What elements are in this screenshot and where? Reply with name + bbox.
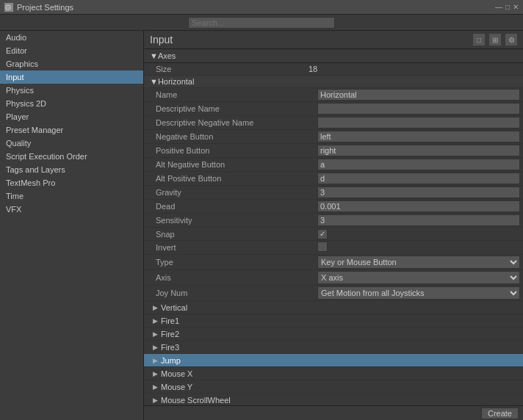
sidebar-item-physics[interactable]: Physics <box>0 84 143 97</box>
search-bar <box>0 15 523 31</box>
field-dead-label: Dead <box>156 202 317 211</box>
header-icon-btn-3[interactable]: ⚙ <box>505 34 517 46</box>
field-dead-input[interactable] <box>317 200 520 212</box>
field-alt-positive-button-label: Alt Positive Button <box>156 174 317 183</box>
field-axis-select[interactable]: X axis Y axis 3rd axis <box>317 271 520 284</box>
field-descriptive-negative-name-label: Descriptive Negative Name <box>156 118 317 127</box>
field-dead-value[interactable] <box>317 200 520 212</box>
field-negative-button-value[interactable] <box>317 131 520 142</box>
sidebar-item-graphics[interactable]: Graphics <box>0 57 143 70</box>
size-row: Size 18 <box>144 63 523 76</box>
tree-item-fire1-label: Fire1 <box>161 316 179 325</box>
field-descriptive-negative-name-input[interactable] <box>317 117 520 128</box>
field-alt-negative-button: Alt Negative Button <box>144 158 523 172</box>
field-positive-button-value[interactable] <box>317 145 520 156</box>
snap-checkbox[interactable] <box>317 229 328 239</box>
tree-item-mouse-scrollwheel[interactable]: ▶ Mouse ScrollWheel <box>144 394 523 405</box>
size-label: Size <box>147 65 309 73</box>
main-container: Audio Editor Graphics Input Physics Phys… <box>0 31 523 420</box>
sidebar-item-preset-manager[interactable]: Preset Manager <box>0 123 143 137</box>
minimize-button[interactable]: — <box>495 3 502 11</box>
field-gravity-label: Gravity <box>156 188 317 197</box>
axes-section-header[interactable]: ▼ Axes <box>144 49 523 63</box>
content-scroll[interactable]: ▼ Axes Size 18 ▼ Horizontal Name <box>144 49 523 405</box>
bottom-bar: Create <box>144 405 523 420</box>
sidebar-item-tags-layers[interactable]: Tags and Layers <box>0 163 143 176</box>
tree-item-fire2-label: Fire2 <box>161 330 179 338</box>
tree-item-mouse-x[interactable]: ▶ Mouse X <box>144 367 523 380</box>
tree-item-mouse-scrollwheel-label: Mouse ScrollWheel <box>161 396 231 405</box>
mouse-x-triangle-icon: ▶ <box>153 370 158 377</box>
tree-item-jump-label: Jump <box>161 356 181 365</box>
field-joy-num-select[interactable]: Get Motion from all Joysticks Joystick 1… <box>317 286 520 300</box>
fire1-triangle-icon: ▶ <box>153 317 158 325</box>
sidebar-item-time[interactable]: Time <box>0 189 143 203</box>
close-button[interactable]: ✕ <box>513 3 519 11</box>
tree-item-fire3[interactable]: ▶ Fire3 <box>144 341 523 354</box>
sidebar-item-physics2d[interactable]: Physics 2D <box>0 97 143 110</box>
field-descriptive-name: Descriptive Name <box>144 102 523 116</box>
sidebar: Audio Editor Graphics Input Physics Phys… <box>0 31 144 420</box>
field-descriptive-name-value[interactable] <box>317 103 520 115</box>
field-snap-label: Snap <box>156 230 317 239</box>
sidebar-item-player[interactable]: Player <box>0 110 143 123</box>
sidebar-item-input[interactable]: Input <box>0 70 143 84</box>
field-gravity-input[interactable] <box>317 187 520 198</box>
field-alt-negative-button-value[interactable] <box>317 159 520 170</box>
field-type-value[interactable]: Key or Mouse Button Mouse Movement Joyst… <box>317 256 520 269</box>
tree-item-vertical[interactable]: ▶ Vertical <box>144 301 523 314</box>
field-invert-value[interactable] <box>317 242 520 253</box>
header-icon-btn-1[interactable]: □ <box>473 34 485 46</box>
field-snap: Snap <box>144 228 523 241</box>
field-sensitivity-value[interactable] <box>317 214 520 226</box>
field-type: Type Key or Mouse Button Mouse Movement … <box>144 255 523 270</box>
sidebar-item-quality[interactable]: Quality <box>0 137 143 150</box>
field-name-value[interactable] <box>317 89 520 101</box>
field-snap-value[interactable] <box>317 229 520 239</box>
field-descriptive-name-input[interactable] <box>317 103 520 115</box>
field-positive-button-label: Positive Button <box>156 146 317 155</box>
tree-item-mouse-y-label: Mouse Y <box>161 383 192 391</box>
title-bar-controls[interactable]: — □ ✕ <box>495 3 519 11</box>
size-value: 18 <box>309 65 317 73</box>
field-dead: Dead <box>144 200 523 214</box>
field-name-label: Name <box>156 90 317 99</box>
field-alt-positive-button: Alt Positive Button <box>144 172 523 186</box>
horizontal-section-header[interactable]: ▼ Horizontal <box>144 76 523 88</box>
field-axis-value[interactable]: X axis Y axis 3rd axis <box>317 271 520 284</box>
field-positive-button-input[interactable] <box>317 145 520 156</box>
field-gravity: Gravity <box>144 186 523 200</box>
header-icon-btn-2[interactable]: ⊞ <box>489 34 501 46</box>
field-axis-label: Axis <box>156 273 317 282</box>
content-area: Input □ ⊞ ⚙ ▼ Axes Size 18 ▼ Horizontal <box>144 31 523 420</box>
sidebar-item-vfx[interactable]: VFX <box>0 203 143 216</box>
field-type-select[interactable]: Key or Mouse Button Mouse Movement Joyst… <box>317 256 520 269</box>
tree-item-mouse-y[interactable]: ▶ Mouse Y <box>144 380 523 394</box>
create-button[interactable]: Create <box>481 408 519 419</box>
field-joy-num-value[interactable]: Get Motion from all Joysticks Joystick 1… <box>317 286 520 300</box>
invert-checkbox[interactable] <box>317 242 328 252</box>
field-negative-button-input[interactable] <box>317 131 520 142</box>
sidebar-item-editor[interactable]: Editor <box>0 44 143 57</box>
field-alt-negative-button-input[interactable] <box>317 159 520 170</box>
sidebar-item-script-execution[interactable]: Script Execution Order <box>0 150 143 163</box>
sidebar-item-textmesh[interactable]: TextMesh Pro <box>0 176 143 189</box>
tree-item-fire3-label: Fire3 <box>161 343 179 352</box>
search-input[interactable] <box>188 17 335 29</box>
field-gravity-value[interactable] <box>317 187 520 198</box>
tree-item-fire2[interactable]: ▶ Fire2 <box>144 327 523 341</box>
mouse-scrollwheel-triangle-icon: ▶ <box>153 397 158 404</box>
field-alt-positive-button-value[interactable] <box>317 173 520 184</box>
maximize-button[interactable]: □ <box>505 3 510 11</box>
tree-item-fire1[interactable]: ▶ Fire1 <box>144 314 523 327</box>
field-sensitivity-input[interactable] <box>317 214 520 226</box>
field-joy-num: Joy Num Get Motion from all Joysticks Jo… <box>144 286 523 301</box>
tree-item-jump[interactable]: ▶ Jump <box>144 354 523 367</box>
sidebar-item-audio[interactable]: Audio <box>0 31 143 44</box>
field-descriptive-negative-name-value[interactable] <box>317 117 520 128</box>
field-alt-positive-button-input[interactable] <box>317 173 520 184</box>
title-bar-title: Project Settings <box>17 3 495 12</box>
field-axis: Axis X axis Y axis 3rd axis <box>144 270 523 286</box>
field-name-input[interactable] <box>317 89 520 101</box>
field-negative-button-label: Negative Button <box>156 132 317 141</box>
